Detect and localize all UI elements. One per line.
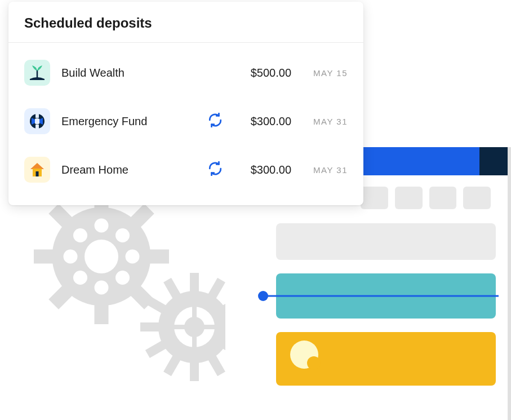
svg-rect-2	[95, 299, 109, 324]
svg-rect-30	[207, 354, 225, 376]
svg-point-17	[115, 228, 130, 242]
svg-rect-25	[145, 296, 167, 314]
svg-rect-21	[140, 322, 161, 331]
svg-point-36	[34, 118, 41, 125]
svg-rect-37	[35, 113, 39, 118]
svg-rect-3	[34, 250, 59, 264]
recurring-icon	[208, 113, 224, 130]
svg-rect-38	[35, 125, 39, 129]
svg-rect-34	[172, 325, 217, 329]
preview-tab	[429, 187, 457, 209]
svg-rect-28	[145, 340, 167, 358]
app-preview-body	[225, 175, 508, 410]
svg-rect-20	[190, 361, 199, 381]
card-title: Scheduled deposits	[24, 15, 348, 31]
svg-rect-4	[144, 250, 169, 264]
card-body: Build Wealth $500.00 MAY 15 Emergency Fu…	[8, 43, 363, 205]
deposit-amount: $300.00	[235, 115, 291, 128]
deposit-date: MAY 15	[303, 68, 348, 78]
yellow-circle	[290, 341, 318, 369]
preview-tabs	[361, 187, 491, 209]
svg-point-10	[95, 219, 109, 233]
preview-tab	[395, 187, 423, 209]
recurring-icon	[208, 161, 224, 178]
svg-rect-29	[163, 278, 181, 300]
deposit-amount: $300.00	[235, 163, 291, 176]
svg-point-16	[73, 271, 87, 285]
svg-point-11	[95, 281, 109, 295]
deposit-name: Build Wealth	[61, 67, 197, 79]
scheduled-deposits-card: Scheduled deposits Build Wealth $500.00 …	[8, 2, 363, 205]
deposit-row-dream-home[interactable]: Dream Home $300.00 MAY 31	[13, 145, 359, 194]
svg-point-12	[64, 250, 78, 264]
preview-tab	[463, 187, 491, 209]
svg-rect-23	[207, 278, 225, 300]
preview-block-teal	[276, 273, 496, 319]
preview-block-gray	[276, 223, 496, 260]
house-icon	[24, 157, 50, 183]
deposit-date: MAY 31	[303, 165, 348, 175]
wealth-plant-icon	[24, 60, 50, 86]
deposit-amount: $500.00	[235, 67, 291, 79]
svg-point-14	[73, 228, 87, 242]
timeline-line	[262, 295, 499, 297]
deposit-date: MAY 31	[303, 117, 348, 126]
svg-point-9	[85, 240, 118, 273]
card-header: Scheduled deposits	[8, 2, 363, 43]
svg-point-13	[126, 250, 140, 264]
deposit-row-emergency-fund[interactable]: Emergency Fund $300.00 MAY 31	[13, 97, 359, 145]
deposit-name: Emergency Fund	[61, 115, 197, 128]
svg-rect-19	[190, 273, 199, 293]
svg-point-15	[115, 271, 130, 285]
emergency-lifebuoy-icon	[24, 108, 50, 134]
preview-tab	[361, 187, 388, 209]
deposit-name: Dream Home	[61, 163, 197, 176]
svg-rect-24	[163, 354, 181, 376]
deposit-row-build-wealth[interactable]: Build Wealth $500.00 MAY 15	[13, 48, 359, 97]
titlebar-cap	[479, 147, 508, 175]
preview-block-yellow	[276, 332, 496, 386]
svg-rect-40	[36, 171, 39, 176]
